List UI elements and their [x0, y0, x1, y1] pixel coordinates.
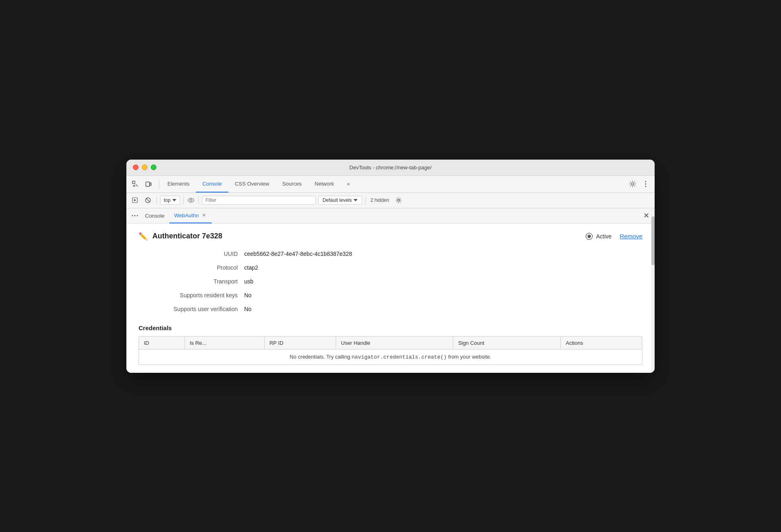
svg-point-7	[645, 184, 646, 185]
authenticator-header: ✏️ Authenticator 7e328 Active Remove	[139, 232, 642, 241]
close-button[interactable]	[133, 164, 139, 170]
scrollbar-thumb[interactable]	[651, 216, 655, 265]
devtools-header: Elements Console CSS Overview Sources Ne…	[126, 176, 655, 193]
webauthn-panel: ✏️ Authenticator 7e328 Active Remove UUI…	[126, 224, 655, 373]
watch-expressions-icon[interactable]	[187, 196, 195, 204]
context-selector[interactable]: top	[160, 196, 180, 205]
nav-tabs: Elements Console CSS Overview Sources Ne…	[161, 176, 627, 192]
svg-point-17	[137, 215, 138, 216]
edit-authenticator-icon[interactable]: ✏️	[139, 232, 148, 241]
svg-point-6	[645, 181, 646, 182]
uuid-label: UUID	[155, 251, 244, 257]
tab-network[interactable]: Network	[308, 176, 341, 192]
protocol-label: Protocol	[155, 264, 244, 271]
radio-inner	[588, 235, 591, 238]
field-uuid: UUID ceeb5662-8e27-4e47-8ebc-4c1b8387e32…	[155, 251, 642, 257]
col-id: ID	[139, 336, 185, 349]
svg-rect-0	[132, 181, 135, 184]
toolbar-divider-1	[156, 196, 157, 204]
col-user-handle: User Handle	[336, 336, 453, 349]
remove-button[interactable]: Remove	[620, 233, 642, 240]
drawer-tab-close-webauthn[interactable]: ✕	[201, 212, 207, 219]
device-toggle-icon[interactable]	[143, 178, 154, 190]
transport-label: Transport	[155, 278, 244, 285]
svg-point-16	[135, 215, 136, 216]
tab-sources[interactable]: Sources	[276, 176, 308, 192]
authenticator-fields: UUID ceeb5662-8e27-4e47-8ebc-4c1b8387e32…	[155, 251, 642, 312]
traffic-lights	[133, 164, 156, 170]
field-protocol: Protocol ctap2	[155, 264, 642, 271]
drawer-tab-webauthn[interactable]: WebAuthn ✕	[169, 208, 212, 223]
table-header-row: ID Is Re... RP ID User Handle Sign Count…	[139, 336, 642, 349]
toolbar-divider-3	[198, 196, 199, 204]
svg-point-5	[631, 183, 634, 185]
maximize-button[interactable]	[151, 164, 156, 170]
active-radio-button[interactable]	[586, 233, 593, 240]
user-verification-value: No	[244, 306, 252, 312]
transport-value: usb	[244, 278, 254, 285]
window-title: DevTools - chrome://new-tab-page/	[349, 164, 432, 171]
authenticator-name: Authenticator 7e328	[152, 232, 586, 240]
col-sign-count: Sign Count	[453, 336, 561, 349]
credentials-table: ID Is Re... RP ID User Handle Sign Count…	[139, 336, 642, 365]
field-resident-keys: Supports resident keys No	[155, 292, 642, 298]
hidden-settings-icon[interactable]	[393, 195, 404, 205]
inspect-element-icon[interactable]	[130, 178, 141, 190]
filter-input[interactable]	[202, 196, 316, 205]
toolbar: top Default levels 2 hidden	[126, 193, 655, 208]
more-options-icon[interactable]	[640, 178, 651, 190]
toolbar-divider-4	[365, 196, 366, 204]
svg-line-12	[146, 199, 150, 202]
uuid-value: ceeb5662-8e27-4e47-8ebc-4c1b8387e328	[244, 251, 352, 257]
svg-point-15	[132, 215, 133, 216]
log-levels-button[interactable]: Default levels	[318, 196, 362, 205]
drawer-tab-console[interactable]: Console	[140, 208, 169, 223]
clear-console-icon[interactable]	[143, 195, 153, 205]
credentials-section: Credentials ID Is Re... RP ID User Handl…	[139, 324, 642, 365]
resident-keys-label: Supports resident keys	[155, 292, 244, 298]
col-actions: Actions	[561, 336, 642, 349]
svg-rect-3	[146, 182, 150, 186]
settings-icon[interactable]	[627, 178, 638, 190]
field-transport: Transport usb	[155, 278, 642, 285]
drawer-tabs: Console WebAuthn ✕ ✕	[126, 208, 655, 224]
col-is-re: Is Re...	[184, 336, 264, 349]
col-rp-id: RP ID	[264, 336, 336, 349]
no-credentials-message: No credentials. Try calling navigator.cr…	[139, 349, 642, 364]
svg-rect-4	[150, 183, 151, 186]
active-label: Active	[596, 233, 612, 240]
tab-css-overview[interactable]: CSS Overview	[228, 176, 276, 192]
credentials-title: Credentials	[139, 324, 642, 331]
title-bar: DevTools - chrome://new-tab-page/	[126, 160, 655, 176]
table-row: No credentials. Try calling navigator.cr…	[139, 349, 642, 364]
toolbar-divider-2	[183, 196, 184, 204]
hidden-count: 2 hidden	[369, 197, 391, 203]
svg-point-14	[397, 199, 399, 201]
run-script-icon[interactable]	[130, 195, 140, 205]
svg-point-8	[645, 186, 646, 187]
svg-marker-10	[134, 199, 136, 201]
svg-point-13	[190, 199, 192, 201]
header-right	[627, 178, 651, 190]
header-icons	[130, 178, 154, 190]
field-user-verification: Supports user verification No	[155, 306, 642, 312]
main-content: Console WebAuthn ✕ ✕ ✏️ Authenticator 7e…	[126, 208, 655, 373]
active-indicator: Active	[586, 233, 612, 240]
drawer-more-icon[interactable]	[130, 210, 140, 221]
header-divider-1	[159, 179, 159, 189]
minimize-button[interactable]	[142, 164, 148, 170]
tab-console[interactable]: Console	[196, 176, 228, 192]
tab-elements[interactable]: Elements	[161, 176, 196, 192]
protocol-value: ctap2	[244, 264, 258, 271]
scrollbar-track[interactable]	[651, 208, 655, 373]
drawer-close-button[interactable]: ✕	[641, 210, 651, 221]
user-verification-label: Supports user verification	[155, 306, 244, 312]
devtools-window: DevTools - chrome://new-tab-page/	[126, 160, 655, 373]
tab-more[interactable]: »	[341, 176, 356, 192]
resident-keys-value: No	[244, 292, 252, 298]
